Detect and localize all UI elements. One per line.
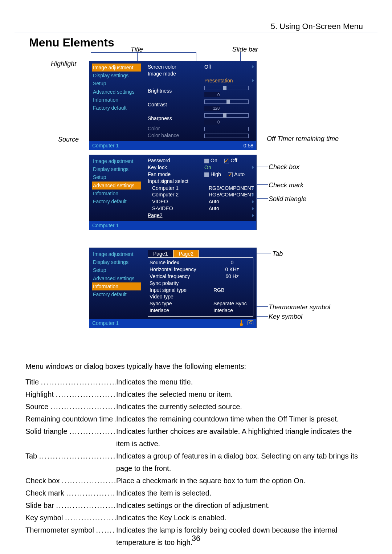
- def-source: Source ...........................Indica…: [25, 400, 367, 413]
- checkbox-high[interactable]: [204, 172, 209, 177]
- slider-sharpness[interactable]: [204, 113, 249, 118]
- menu-item-image-adjustment[interactable]: Image adjustment: [92, 250, 141, 258]
- osd-advanced-settings: Image adjustment Display settings Setup …: [89, 155, 257, 230]
- row-computer1[interactable]: Computer 1: [148, 185, 207, 192]
- chevron-right-icon: [252, 193, 254, 197]
- status-bar: Computer 1 0:58: [89, 141, 256, 150]
- label-tab: Tab: [272, 250, 283, 258]
- row-syncpol: Sync polarity: [150, 280, 211, 287]
- chevron-right-icon: [252, 79, 254, 82]
- chevron-right-icon: [252, 166, 254, 169]
- menu-item-image-adjustment[interactable]: Image adjustment: [92, 64, 141, 72]
- menu-sidebar: Image adjustment Display settings Setup …: [89, 61, 144, 114]
- row-keylock[interactable]: Key lock: [148, 164, 202, 171]
- row-screencolor[interactable]: Screen color: [148, 64, 202, 70]
- def-highlight: Highlight .........................Indic…: [25, 388, 367, 400]
- row-imagemode[interactable]: Image mode: [148, 70, 202, 77]
- row-sharpness[interactable]: Sharpness: [148, 115, 202, 122]
- def-title: Title ..............................Indi…: [25, 376, 367, 388]
- row-hfreq: Horizontal frequency: [150, 266, 211, 273]
- menu-item-display-settings[interactable]: Display settings: [92, 258, 141, 266]
- menu-item-advanced-settings[interactable]: Advanced settings: [92, 88, 141, 96]
- checkbox-off[interactable]: [224, 159, 229, 163]
- menu-item-advanced-settings[interactable]: Advanced settings: [92, 182, 141, 190]
- menu-item-information[interactable]: Information: [92, 282, 141, 290]
- row-computer2[interactable]: Computer 2: [148, 191, 207, 198]
- def-tab: Tab ................................Indi…: [25, 450, 367, 474]
- menu-sidebar: Image adjustment Display settings Setup …: [89, 155, 144, 208]
- thermometer-icon: [240, 320, 243, 325]
- tab-page1[interactable]: Page1: [148, 250, 173, 258]
- chevron-right-icon: [252, 186, 254, 190]
- divider: [15, 33, 377, 33]
- def-countdown: Remaining countdown time ...Indicates th…: [25, 413, 367, 425]
- def-solidtri: Solid triangle ....................Indic…: [25, 425, 367, 450]
- checkbox-on[interactable]: [204, 159, 209, 163]
- status-source: Computer 1: [92, 223, 119, 228]
- label-keysym: Key symbol: [269, 313, 302, 321]
- def-keysymbol: Key symbol ......................Indicat…: [25, 512, 367, 524]
- status-source: Computer 1: [92, 320, 119, 326]
- row-synctype: Sync type: [150, 300, 211, 307]
- menu-item-setup[interactable]: Setup: [92, 80, 141, 87]
- label-thermo: Thermometer symbol: [269, 304, 330, 311]
- row-contrast[interactable]: Contrast: [148, 101, 202, 108]
- checkbox-auto[interactable]: [228, 172, 233, 177]
- row-brightness[interactable]: Brightness: [148, 87, 202, 94]
- key-icon: [248, 320, 253, 325]
- menu-item-information[interactable]: Information: [92, 190, 141, 197]
- status-source: Computer 1: [92, 143, 119, 148]
- value-imagemode: Presentation: [202, 77, 253, 84]
- menu-sidebar: Image adjustment Display settings Setup …: [89, 248, 144, 301]
- menu-item-setup[interactable]: Setup: [92, 173, 141, 181]
- osd-image-adjustment: Image adjustment Display settings Setup …: [89, 61, 257, 150]
- status-timer: 0:58: [244, 143, 253, 148]
- menu-item-factory-default[interactable]: Factory default: [92, 197, 141, 205]
- def-slidebar: Slide bar .........................Indic…: [25, 499, 367, 512]
- menu-item-advanced-settings[interactable]: Advanced settings: [92, 274, 141, 282]
- row-color: Color: [148, 125, 202, 132]
- label-source: Source: [58, 136, 79, 143]
- status-bar: Computer 1: [89, 221, 256, 230]
- diagram-area: Title Slide bar Highlight Source Off Tim…: [15, 46, 370, 358]
- tab-frame: Page1 Page2 Source index0 Horizontal fre…: [148, 257, 253, 317]
- chevron-right-icon: [252, 65, 254, 69]
- menu-item-display-settings[interactable]: Display settings: [92, 72, 141, 80]
- row-page2[interactable]: Page2: [148, 212, 202, 219]
- label-offtimer: Off Timer remaining time: [267, 135, 339, 143]
- chevron-right-icon: [252, 200, 254, 204]
- menu-item-display-settings[interactable]: Display settings: [92, 165, 141, 173]
- menu-item-factory-default[interactable]: Factory default: [92, 104, 141, 112]
- label-solidtri: Solid triangle: [269, 195, 306, 203]
- def-checkbox: Check box .......................Place a…: [25, 474, 367, 487]
- menu-item-image-adjustment[interactable]: Image adjustment: [92, 157, 141, 165]
- row-password[interactable]: Password: [148, 157, 202, 164]
- slider-color: [204, 127, 249, 131]
- intro-text: Menu windows or dialog boxes typically h…: [25, 362, 377, 371]
- row-svideo[interactable]: S-VIDEO: [148, 205, 207, 212]
- slider-brightness[interactable]: [204, 86, 249, 90]
- row-vfreq: Vertical frequency: [150, 273, 211, 280]
- chevron-right-icon: [252, 214, 254, 217]
- label-checkbox: Check box: [269, 163, 299, 171]
- row-fanmode[interactable]: Fan mode: [148, 171, 202, 178]
- menu-item-setup[interactable]: Setup: [92, 266, 141, 274]
- definition-list: Title ..............................Indi…: [25, 376, 367, 549]
- chevron-right-icon: [252, 207, 254, 211]
- row-colorbalance: Color balance: [148, 132, 202, 139]
- chapter-heading: 5. Using On-Screen Menu: [15, 22, 363, 31]
- row-video[interactable]: VIDEO: [148, 198, 207, 205]
- osd-information: Image adjustment Display settings Setup …: [89, 248, 257, 328]
- label-checkmark: Check mark: [269, 182, 303, 189]
- row-inputsignalselect: Input signal select: [148, 178, 220, 185]
- menu-item-information[interactable]: Information: [92, 96, 141, 104]
- label-slidebar: Slide bar: [232, 46, 258, 53]
- def-checkmark: Check mark .....................Indicate…: [25, 487, 367, 499]
- page-number: 36: [0, 534, 392, 543]
- row-interlace: Interlace: [150, 307, 211, 314]
- status-bar: Computer 1: [89, 319, 256, 328]
- tab-page2[interactable]: Page2: [173, 250, 199, 258]
- slider-contrast[interactable]: [204, 99, 249, 104]
- slider-colorbalance: [204, 134, 249, 138]
- menu-item-factory-default[interactable]: Factory default: [92, 290, 141, 298]
